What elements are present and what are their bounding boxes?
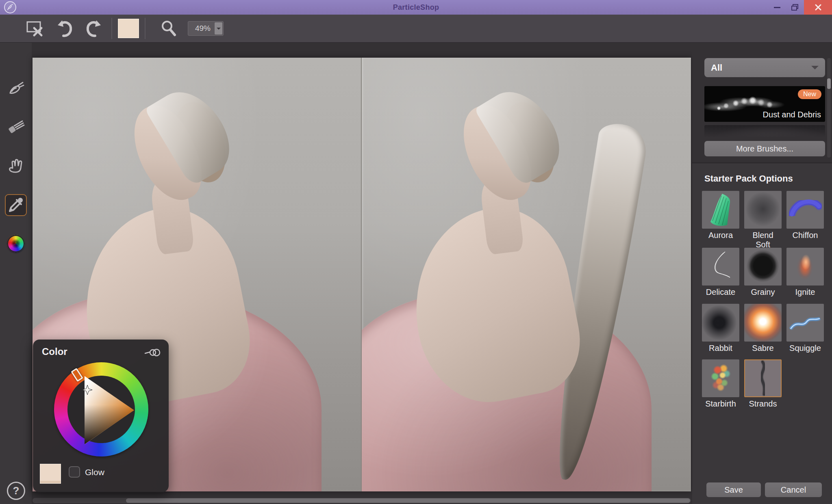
- horizontal-scrollbar-thumb[interactable]: [126, 498, 690, 503]
- close-button[interactable]: [804, 0, 832, 15]
- window-title: ParticleShop: [0, 0, 832, 15]
- brush-name: Dust and Debris: [763, 110, 821, 119]
- starter-pack-heading: Starter Pack Options: [704, 173, 793, 184]
- zoom-dropdown-arrow[interactable]: [215, 22, 222, 35]
- brush-preview: [702, 191, 739, 229]
- brush-preview: [744, 191, 782, 229]
- chevron-down-icon: [811, 66, 819, 73]
- toolbar-divider: [111, 18, 112, 39]
- eraser-tool-button[interactable]: [5, 116, 27, 138]
- brush-label: Grainy: [744, 288, 782, 297]
- brush-label: Blend Soft: [744, 231, 782, 249]
- clear-selection-button[interactable]: [24, 17, 47, 40]
- brush-item-squiggle[interactable]: Squiggle: [786, 304, 824, 353]
- minimize-button[interactable]: [768, 0, 786, 15]
- color-cursor[interactable]: [82, 384, 93, 396]
- tool-rail: ?: [0, 43, 32, 504]
- brush-filter-dropdown[interactable]: All: [704, 58, 825, 77]
- brush-label: Rabbit: [702, 344, 739, 353]
- brush-preview: [744, 359, 782, 397]
- brush-item-partial[interactable]: [704, 125, 825, 137]
- eraser-icon: [7, 118, 25, 136]
- help-button[interactable]: ?: [7, 482, 25, 500]
- zoom-level-dropdown[interactable]: 49%: [188, 21, 224, 36]
- help-label: ?: [13, 485, 20, 497]
- brush-item-blend-soft[interactable]: Blend Soft: [744, 191, 782, 249]
- brush-preview: [786, 248, 824, 286]
- brush-item-delicate[interactable]: Delicate: [702, 248, 739, 297]
- brush-item-sabre[interactable]: Sabre: [744, 304, 782, 353]
- restore-button[interactable]: [786, 0, 804, 15]
- magnifier-icon: [160, 20, 177, 37]
- selected-color-swatch: [40, 464, 61, 484]
- brush-icon: [7, 80, 25, 97]
- brush-preview: [744, 304, 782, 342]
- glow-checkbox[interactable]: [69, 466, 80, 478]
- brush-item-grainy[interactable]: Grainy: [744, 248, 782, 297]
- cancel-button[interactable]: Cancel: [765, 482, 822, 497]
- brush-label: Squiggle: [786, 344, 824, 353]
- eyedropper-icon: [7, 196, 25, 214]
- brush-panel: All New Dust and Debris More Brushes... …: [692, 43, 832, 504]
- glow-label: Glow: [85, 467, 104, 477]
- current-color-swatch[interactable]: [118, 19, 139, 38]
- brush-item-rabbit[interactable]: Rabbit: [702, 304, 739, 353]
- brush-preview: [786, 304, 824, 342]
- brush-item-featured[interactable]: New Dust and Debris: [704, 86, 825, 122]
- color-wheel-button[interactable]: [5, 233, 27, 255]
- brush-filter-value: All: [711, 63, 811, 73]
- brush-label: Sabre: [744, 344, 782, 353]
- brush-preview: [702, 304, 739, 342]
- pin-icon[interactable]: [144, 348, 161, 359]
- brush-label: Delicate: [702, 288, 739, 297]
- redo-button[interactable]: [82, 17, 106, 40]
- brush-label: Chiffon: [786, 231, 824, 240]
- minimize-icon: [774, 6, 780, 8]
- color-panel-title: Color: [42, 346, 67, 357]
- brush-label: Aurora: [702, 231, 739, 240]
- brush-item-starbirth[interactable]: Starbirth: [702, 359, 739, 409]
- brush-item-aurora[interactable]: Aurora: [702, 191, 739, 240]
- brush-library-section: All New Dust and Debris More Brushes...: [692, 43, 832, 163]
- main-toolbar: 49%: [0, 15, 832, 43]
- redo-icon: [85, 19, 103, 37]
- brush-preview: [786, 191, 824, 229]
- brush-item-ignite[interactable]: Ignite: [786, 248, 824, 297]
- window-titlebar: ParticleShop: [0, 0, 832, 15]
- brush-item-strands[interactable]: Strands: [744, 359, 782, 409]
- close-icon: [815, 4, 821, 11]
- vertical-scrollbar-thumb[interactable]: [827, 78, 831, 89]
- hand-icon: [7, 157, 25, 175]
- pan-tool-button[interactable]: [5, 155, 27, 177]
- new-badge: New: [798, 89, 821, 99]
- zoom-tool-button[interactable]: [157, 17, 180, 40]
- save-button[interactable]: Save: [706, 482, 761, 497]
- clear-selection-icon: [26, 20, 45, 37]
- brush-label: Starbirth: [702, 399, 739, 409]
- brush-item-chiffon[interactable]: Chiffon: [786, 191, 824, 240]
- more-brushes-button[interactable]: More Brushes...: [704, 141, 825, 156]
- vertical-scrollbar[interactable]: [827, 58, 831, 158]
- brush-label: Strands: [744, 399, 782, 409]
- horizontal-scrollbar[interactable]: [33, 498, 691, 503]
- eyedropper-tool-button[interactable]: [5, 194, 27, 216]
- undo-button[interactable]: [53, 17, 76, 40]
- brush-preview: [702, 248, 739, 286]
- brush-preview: [744, 248, 782, 286]
- brush-label: Ignite: [786, 288, 824, 297]
- brush-preview: [702, 359, 739, 397]
- color-wheel-icon: [7, 235, 25, 253]
- brush-tool-button[interactable]: [5, 78, 27, 100]
- toolbar-divider: [145, 18, 146, 39]
- color-panel: Color Glow: [33, 340, 169, 492]
- undo-icon: [55, 19, 74, 37]
- restore-icon: [791, 4, 799, 11]
- photo-after: [362, 58, 691, 491]
